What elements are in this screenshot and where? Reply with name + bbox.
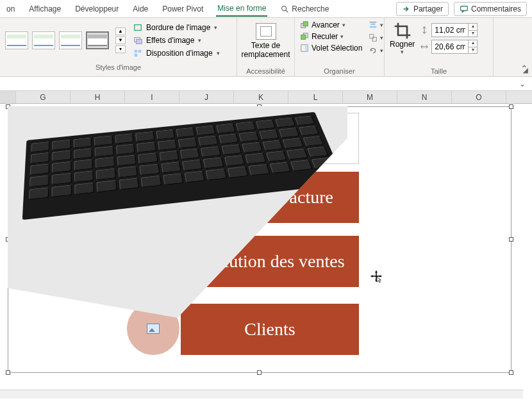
resize-handle-e[interactable] bbox=[509, 237, 513, 242]
image-layout-label: Disposition d'image bbox=[146, 49, 213, 58]
ribbon-tabs: on Affichage Développeur Aide Power Pivo… bbox=[0, 0, 532, 18]
chevron-down-icon: ▾ bbox=[217, 50, 220, 56]
send-backward-button[interactable]: Reculer▾ bbox=[300, 32, 362, 41]
col-o[interactable]: O bbox=[452, 91, 506, 103]
svg-rect-5 bbox=[136, 39, 142, 44]
height-spinner[interactable]: ▲▼ bbox=[431, 23, 478, 37]
picture-placeholder-icon bbox=[147, 324, 160, 334]
selection-pane-label: Volet Sélection bbox=[312, 44, 362, 53]
horizontal-scrollbar[interactable] bbox=[0, 390, 523, 399]
image-layout-button[interactable]: Disposition d'image▾ bbox=[133, 49, 220, 58]
style-thumb-1[interactable] bbox=[5, 31, 28, 49]
align-button[interactable]: ▾ bbox=[369, 21, 383, 29]
effects-icon bbox=[133, 36, 142, 45]
chevron-down-icon: ▾ bbox=[342, 22, 345, 28]
alt-text-button[interactable]: Texte de remplacement bbox=[241, 23, 290, 59]
chevron-down-icon: ▾ bbox=[214, 24, 217, 31]
tab-developpeur[interactable]: Développeur bbox=[74, 2, 120, 16]
col-j[interactable]: J bbox=[179, 91, 234, 103]
image-effects-label: Effets d'image bbox=[146, 36, 194, 45]
search-tab[interactable]: Recherche bbox=[279, 2, 330, 16]
comments-label: Commentaires bbox=[471, 4, 521, 13]
resize-handle-sw[interactable] bbox=[6, 370, 10, 375]
svg-rect-18 bbox=[370, 35, 374, 38]
layout-icon bbox=[133, 49, 142, 58]
col-l[interactable]: L bbox=[288, 91, 343, 103]
width-input[interactable] bbox=[432, 41, 468, 53]
resize-handle-s[interactable] bbox=[257, 370, 262, 375]
share-button[interactable]: Partager bbox=[396, 2, 449, 16]
tab-affichage[interactable]: Affichage bbox=[28, 2, 62, 16]
col-m[interactable]: M bbox=[343, 91, 397, 103]
align-icon bbox=[369, 21, 378, 29]
height-input[interactable] bbox=[432, 24, 468, 36]
chevron-down-icon: ▾ bbox=[198, 37, 201, 44]
height-down[interactable]: ▼ bbox=[468, 30, 477, 37]
tab-unknown[interactable]: on bbox=[5, 2, 16, 16]
search-icon bbox=[280, 4, 289, 13]
rotate-button[interactable]: ▾ bbox=[369, 46, 383, 55]
card-text: Clients bbox=[244, 320, 295, 340]
move-cursor-icon bbox=[369, 269, 383, 283]
worksheet-area[interactable]: ue acture Évolution des ventes Clients bbox=[0, 104, 532, 399]
comments-button[interactable]: Commentaires bbox=[454, 2, 527, 16]
col-k[interactable]: K bbox=[234, 91, 288, 103]
chevron-down-icon: ▾ bbox=[380, 35, 383, 41]
col-h[interactable]: H bbox=[71, 91, 125, 103]
formula-bar[interactable]: ⌄ bbox=[0, 77, 532, 91]
col-n[interactable]: N bbox=[397, 91, 452, 103]
height-up[interactable]: ▲ bbox=[468, 24, 477, 30]
style-gallery[interactable]: ▲ ▼ ▾ bbox=[5, 23, 126, 58]
svg-rect-14 bbox=[305, 45, 308, 52]
group-button[interactable]: ▾ bbox=[369, 33, 383, 42]
style-thumb-3[interactable] bbox=[59, 31, 82, 49]
svg-point-0 bbox=[282, 6, 287, 10]
image-styles-group: ▲ ▼ ▾ Bordure de l'image▾ Effets d'image… bbox=[0, 18, 237, 76]
gallery-more[interactable]: ▾ bbox=[115, 45, 126, 53]
svg-rect-7 bbox=[138, 50, 141, 53]
size-label: Taille bbox=[390, 66, 488, 75]
height-icon bbox=[420, 26, 429, 35]
column-headers: G H I J K L M N O bbox=[0, 91, 532, 104]
chevron-down-icon: ▾ bbox=[380, 47, 383, 54]
tab-mise-en-forme[interactable]: Mise en forme bbox=[216, 1, 267, 17]
tab-aide[interactable]: Aide bbox=[131, 2, 149, 16]
accessibility-label: Accessibilité bbox=[246, 66, 285, 75]
svg-rect-12 bbox=[301, 35, 306, 39]
svg-line-1 bbox=[286, 10, 288, 12]
ribbon-collapse-button[interactable]: ⌃ bbox=[520, 63, 528, 74]
width-down[interactable]: ▼ bbox=[468, 47, 477, 53]
resize-handle-ne[interactable] bbox=[509, 104, 513, 109]
select-all-corner[interactable] bbox=[0, 91, 16, 103]
alt-text-icon bbox=[256, 23, 276, 40]
svg-rect-8 bbox=[135, 54, 137, 56]
formula-expand-button[interactable]: ⌄ bbox=[519, 79, 526, 88]
style-thumb-4[interactable] bbox=[86, 31, 109, 49]
tab-powerpivot[interactable]: Power Pivot bbox=[161, 2, 204, 16]
svg-rect-2 bbox=[461, 6, 468, 10]
gallery-down[interactable]: ▼ bbox=[115, 37, 126, 44]
share-label: Partager bbox=[413, 4, 443, 13]
bring-forward-button[interactable]: Avancer▾ bbox=[300, 21, 362, 29]
gallery-up[interactable]: ▲ bbox=[115, 28, 126, 35]
image-effects-button[interactable]: Effets d'image▾ bbox=[133, 36, 220, 45]
width-icon bbox=[420, 42, 429, 51]
selection-pane-icon bbox=[300, 44, 309, 53]
width-spinner[interactable]: ▲▼ bbox=[431, 40, 478, 54]
chevron-down-icon: ▾ bbox=[380, 22, 383, 28]
resize-handle-se[interactable] bbox=[509, 370, 513, 375]
style-thumb-2[interactable] bbox=[32, 31, 55, 49]
crop-button[interactable]: Rogner ▾ bbox=[390, 22, 415, 55]
share-icon bbox=[402, 4, 411, 13]
image-border-label: Bordure de l'image bbox=[146, 23, 210, 32]
alt-text-label: Texte de remplacement bbox=[241, 41, 290, 59]
selection-pane-button[interactable]: Volet Sélection bbox=[300, 44, 362, 53]
image-border-button[interactable]: Bordure de l'image▾ bbox=[133, 23, 220, 32]
col-g[interactable]: G bbox=[16, 91, 71, 103]
width-up[interactable]: ▲ bbox=[468, 40, 477, 47]
organize-group: Avancer▾ Reculer▾ Volet Sélection ▾ ▾ ▾ … bbox=[295, 18, 385, 76]
bring-forward-label: Avancer bbox=[312, 21, 340, 29]
organize-label: Organiser bbox=[300, 66, 379, 75]
menu-card-clients[interactable]: Clients bbox=[181, 304, 359, 355]
col-i[interactable]: I bbox=[125, 91, 179, 103]
